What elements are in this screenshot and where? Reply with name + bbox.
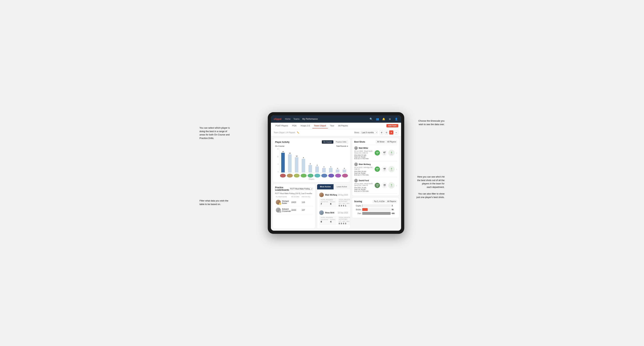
bar-6[interactable] <box>322 168 326 173</box>
pb-avg-1: 107 <box>302 209 312 211</box>
total-rounds-label: Total Rounds <box>336 145 346 147</box>
tab-hcaps[interactable]: Hcaps 1-5 <box>299 123 312 128</box>
player-activity-header: Player Activity On Course Practice Drill… <box>275 140 348 144</box>
total-rounds-select[interactable]: Total Rounds ▾ <box>336 145 348 147</box>
tab-pga[interactable]: PGA <box>290 123 298 128</box>
players-filter-wrapper[interactable]: All Players <box>386 140 397 143</box>
bar-group-2: 10 <box>294 155 300 173</box>
col-pb-score: PB SCORE <box>291 196 302 198</box>
bar-7[interactable] <box>329 168 332 173</box>
bar-group-9: 2 <box>342 168 347 173</box>
shot-metric1-2: 16 yds <box>381 182 388 188</box>
scoring-bar-fill-1 <box>362 208 368 211</box>
shot-player-name-1: Blair McHarg <box>359 163 371 165</box>
annotation-mid-right: Here you can see who's hit the best shot… <box>417 175 444 189</box>
tab-least-active[interactable]: Least Active <box>334 184 350 189</box>
col-player-name: PLAYER NAME <box>276 196 291 198</box>
scoring-bar-fill-0 <box>362 204 362 207</box>
bar-1[interactable] <box>288 154 292 173</box>
chevron-right-icon-2[interactable]: › <box>396 184 397 187</box>
player-avatar-9 <box>342 174 348 177</box>
search-icon[interactable]: 🔍 <box>369 117 373 121</box>
shot-entry-1[interactable]: Blair McHarg 23 Jul 2023 · Ashridge GC, … <box>354 161 397 177</box>
add-team-button[interactable]: Add Team <box>386 124 398 127</box>
shots-filter-select[interactable]: All Shots <box>376 140 385 143</box>
bar-group-4: 5 <box>308 163 313 173</box>
nav-link-teams[interactable]: Teams <box>293 118 300 120</box>
shots-filter-wrapper[interactable]: All Shots <box>376 140 385 143</box>
player-avatar-4 <box>308 174 314 177</box>
bar-3[interactable] <box>302 159 305 173</box>
tab-tour[interactable]: Tour <box>328 123 336 128</box>
bar-4[interactable] <box>308 165 312 173</box>
shot-player-info-0: Matt Miller 09 Jun 2023 · Royal North De… <box>354 146 373 160</box>
scoring-title: Scoring <box>354 200 372 203</box>
on-course-toggle[interactable]: On Course <box>322 140 334 144</box>
scoring-count-2: 499 <box>392 212 397 214</box>
pb-score-0: 19/20 <box>291 201 302 203</box>
shot-player-info-1: Blair McHarg 23 Jul 2023 · Ashridge GC, … <box>354 163 373 176</box>
users-icon[interactable]: 👥 <box>375 117 380 121</box>
bar-5[interactable] <box>315 166 319 173</box>
putt-1: 0 <box>345 222 346 224</box>
scoring-bar-fill-2 <box>362 212 390 215</box>
practice-drills-toggle[interactable]: Practice Drills <box>334 140 348 144</box>
tab-team-clippd[interactable]: Team Clippd <box>312 123 328 128</box>
total-rounds-group-0: Total Rounds Tournament 7 Practice 6 <box>319 198 336 207</box>
show-select[interactable]: Last month Last 3 months Last 6 months L… <box>360 131 378 134</box>
drill-select[interactable]: PUTT Must Make Putting ... <box>289 187 313 190</box>
bar-8[interactable] <box>336 170 339 173</box>
drill-select-wrapper[interactable]: PUTT Must Make Putting ... <box>289 187 313 190</box>
bar-value-5: 4 <box>317 165 318 166</box>
shot-entry-2[interactable]: David Ford 24 Aug 2023 · Royal North Dev… <box>354 177 397 194</box>
leaderboard-player-name-0: Richard Butler <box>282 200 291 204</box>
tab-most-active[interactable]: Most Active <box>317 184 334 189</box>
shot-desc-0: Shot Dist: 67 ydsStart Lie: RoughEnd Lie… <box>354 154 373 160</box>
scoring-filter-select[interactable]: Par 3, 4 & 5s <box>373 200 385 203</box>
bar-2[interactable] <box>295 157 298 173</box>
shot-badge-1: 200 SG <box>375 167 380 172</box>
team-header: Team Clippd | 14 Players ✏️ Show: Last m… <box>271 129 401 136</box>
settings-view-icon[interactable]: ≡ <box>394 130 398 135</box>
bar-chart-area: 15 10 5 0 1312109543322 <box>275 148 348 180</box>
scoring-row-birdies: Birdies 96 <box>354 208 397 211</box>
avatar-icon[interactable]: 👤 <box>394 117 398 121</box>
app-1: 0 <box>341 222 342 224</box>
rank-badge-1: 2 <box>279 210 282 213</box>
best-shots-card: Best Shots All Shots All Players <box>352 138 399 196</box>
shot-desc-1: Shot Dist: 43 ydsStart Lie: RoughEnd Lie… <box>354 171 373 176</box>
bar-value-8: 2 <box>337 168 338 169</box>
nav-link-myperformance[interactable]: My Performance <box>302 118 318 120</box>
edit-icon[interactable]: ✏️ <box>297 131 299 134</box>
chevron-right-icon-0[interactable]: › <box>396 152 397 154</box>
shot-entry-0[interactable]: Matt Miller 09 Jun 2023 · Royal North De… <box>354 145 397 161</box>
leaderboard-header-row: PLAYER NAME PB SCORE PB AVG SQ <box>275 196 313 198</box>
plus-circle-icon[interactable]: ⊕ <box>388 117 392 121</box>
chart-view-icon[interactable]: ♥ <box>389 130 394 135</box>
bell-icon[interactable]: 🔔 <box>382 117 386 121</box>
main-content: Player Activity On Course Practice Drill… <box>271 136 401 231</box>
show-select-wrapper[interactable]: Last month Last 3 months Last 6 months L… <box>360 131 378 134</box>
scoring-filter-wrapper[interactable]: Par 3, 4 & 5s <box>373 200 385 203</box>
scoring-label-1: Birdies <box>354 209 361 211</box>
annotation-top-right: Choose the timescale you wish to see the… <box>418 119 444 126</box>
tab-pgat-players[interactable]: PGAT Players <box>274 123 290 128</box>
players-filter-select[interactable]: All Players <box>386 140 397 143</box>
tablet-screen: clippd Home Teams My Performance 🔍 👥 🔔 ⊕… <box>271 115 401 231</box>
nav-link-home[interactable]: Home <box>285 118 290 120</box>
list-view-icon[interactable]: ⊟ <box>384 130 388 135</box>
scoring-players-select[interactable]: All Players <box>386 200 397 203</box>
tab-all-players[interactable]: All Players <box>336 123 350 128</box>
bar-0[interactable] <box>281 153 285 173</box>
chevron-right-icon-1[interactable]: › <box>396 168 397 171</box>
bar-9[interactable] <box>343 170 346 173</box>
scoring-players-wrapper[interactable]: All Players <box>386 200 397 203</box>
grid-view-icon[interactable]: ⊞ <box>380 130 384 135</box>
activity-player-row-0: Blair McHarg 26 Aug 2023 Total Rounds To… <box>319 191 348 209</box>
nav-icons: 🔍 👥 🔔 ⊕ 👤 <box>369 117 398 121</box>
player-avatar-1 <box>287 174 292 177</box>
x-axis-label: Players <box>275 178 348 180</box>
scoring-bar-wrapper-1 <box>362 208 390 211</box>
leaderboard-row-1: 2Edward Crossman18/20107 <box>275 206 313 214</box>
arg-1: 0 <box>343 222 344 224</box>
